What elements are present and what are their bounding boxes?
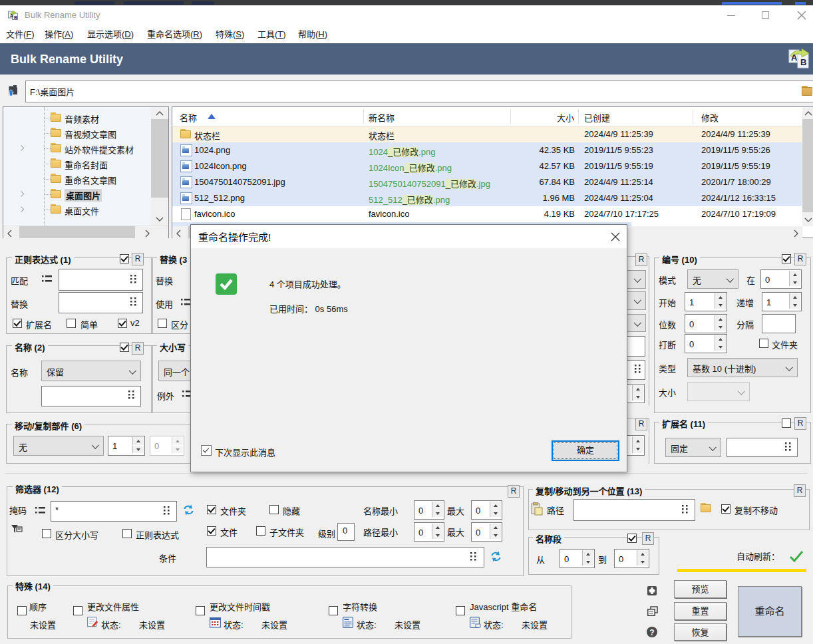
- svg-text:?: ?: [649, 628, 654, 637]
- svg-text:B: B: [800, 57, 806, 67]
- svg-text:A: A: [10, 13, 13, 18]
- svg-text:A: A: [791, 53, 798, 63]
- svg-text:B: B: [14, 15, 17, 20]
